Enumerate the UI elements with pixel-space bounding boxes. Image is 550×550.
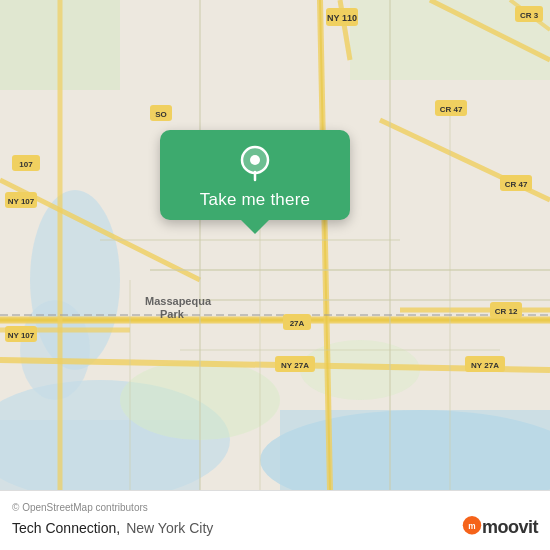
- svg-text:m: m: [468, 520, 475, 530]
- moovit-logo: m moovit: [462, 516, 538, 540]
- footer-bar: © OpenStreetMap contributors Tech Connec…: [0, 490, 550, 550]
- svg-text:CR 12: CR 12: [495, 307, 518, 316]
- map-background: NY 110 NY 107 NY 107 27A NY 27A NY 27A C…: [0, 0, 550, 490]
- svg-text:SO: SO: [155, 110, 167, 119]
- svg-point-61: [250, 155, 260, 165]
- copyright-text: © OpenStreetMap contributors: [12, 502, 538, 513]
- svg-text:CR 3: CR 3: [520, 11, 539, 20]
- svg-text:NY 27A: NY 27A: [471, 361, 499, 370]
- svg-text:CR 47: CR 47: [505, 180, 528, 189]
- moovit-pin-icon: m: [462, 516, 482, 540]
- take-me-there-label: Take me there: [200, 190, 310, 210]
- popup-card[interactable]: Take me there: [160, 130, 350, 220]
- svg-text:CR 47: CR 47: [440, 105, 463, 114]
- svg-text:107: 107: [19, 160, 33, 169]
- footer-location-row: Tech Connection, New York City m moovit: [12, 516, 538, 540]
- svg-text:NY 107: NY 107: [8, 197, 35, 206]
- moovit-brand-text: moovit: [482, 517, 538, 538]
- place-city: New York City: [126, 520, 213, 536]
- svg-rect-3: [280, 410, 550, 490]
- svg-text:NY 110: NY 110: [327, 13, 357, 23]
- svg-text:NY 27A: NY 27A: [281, 361, 309, 370]
- location-pin-icon: [236, 144, 274, 182]
- svg-text:NY 107: NY 107: [8, 331, 35, 340]
- place-name: Tech Connection,: [12, 520, 120, 536]
- svg-text:Park: Park: [160, 308, 185, 320]
- map-container[interactable]: NY 110 NY 107 NY 107 27A NY 27A NY 27A C…: [0, 0, 550, 490]
- svg-text:27A: 27A: [290, 319, 305, 328]
- svg-text:Massapequa: Massapequa: [145, 295, 212, 307]
